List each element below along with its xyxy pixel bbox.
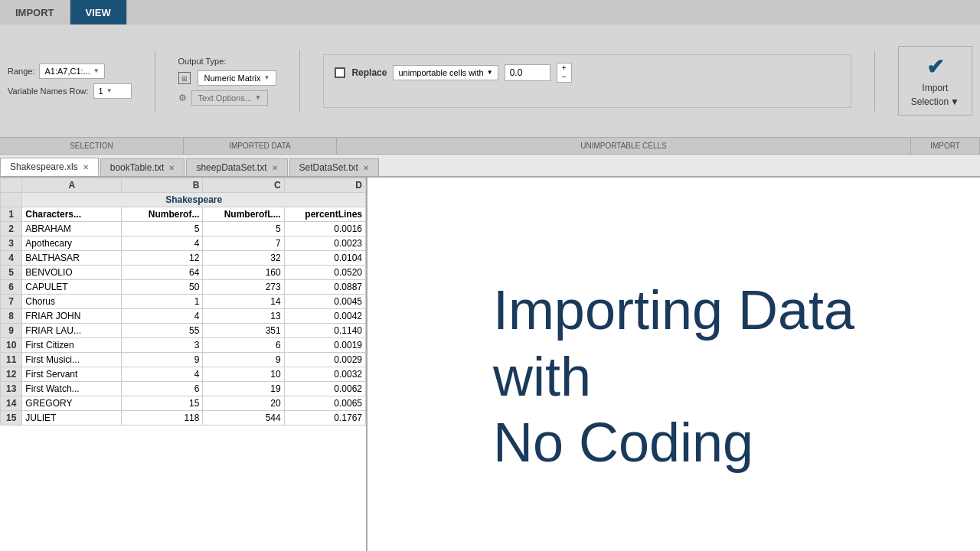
- sheet-body: 2 ABRAHAM 5 5 0.0016 3 Apothecary 4 7 0.…: [1, 222, 366, 425]
- file-tab-setdata[interactable]: SetDataSet.txt ✕: [289, 158, 379, 176]
- import-label-bottom: IMPORT: [911, 138, 980, 154]
- cell-c-2[interactable]: 5: [203, 222, 284, 236]
- replacement-value-input[interactable]: [505, 64, 550, 81]
- file-tab-sheep[interactable]: sheepDataSet.txt ✕: [186, 158, 287, 176]
- variable-names-dropdown[interactable]: 1: [93, 83, 132, 99]
- cell-c-3[interactable]: 7: [203, 236, 284, 251]
- cell-b-10[interactable]: 3: [122, 338, 203, 353]
- cell-d-6[interactable]: 0.0887: [284, 280, 365, 295]
- cell-d-3[interactable]: 0.0023: [284, 236, 365, 251]
- cell-a-14[interactable]: GREGORY: [22, 396, 122, 411]
- cell-a-2[interactable]: ABRAHAM: [22, 222, 122, 236]
- table-row: 11 First Musici... 9 9 0.0029: [1, 353, 366, 367]
- cell-d-8[interactable]: 0.0042: [284, 309, 365, 324]
- col-numberof-header[interactable]: Numberof...: [122, 207, 203, 222]
- cell-b-13[interactable]: 6: [122, 382, 203, 396]
- import-button[interactable]: ✔ Import Selection ▼: [898, 46, 972, 116]
- gear-icon: ⚙: [178, 93, 187, 103]
- cell-d-11[interactable]: 0.0029: [284, 353, 365, 367]
- cell-b-9[interactable]: 55: [122, 324, 203, 338]
- file-tab-sheep-close[interactable]: ✕: [272, 164, 278, 172]
- cell-a-12[interactable]: First Servant: [22, 367, 122, 382]
- row-num-4: 4: [1, 251, 22, 266]
- cell-b-3[interactable]: 4: [122, 236, 203, 251]
- cell-c-10[interactable]: 6: [203, 338, 284, 353]
- range-dropdown[interactable]: A1:A7,C1:...: [39, 64, 104, 79]
- cell-d-12[interactable]: 0.0032: [284, 367, 365, 382]
- cell-d-9[interactable]: 0.1140: [284, 324, 365, 338]
- import-selection-label: Selection ▼: [911, 96, 959, 107]
- cell-a-4[interactable]: BALTHASAR: [22, 251, 122, 266]
- file-tab-setdata-close[interactable]: ✕: [363, 164, 369, 172]
- col-numberofl-header[interactable]: NumberofL...: [203, 207, 284, 222]
- cell-b-5[interactable]: 64: [122, 266, 203, 280]
- col-header-a[interactable]: A: [22, 178, 122, 193]
- cell-c-13[interactable]: 19: [203, 382, 284, 396]
- stepper-down[interactable]: −: [557, 73, 571, 82]
- cell-d-2[interactable]: 0.0016: [284, 222, 365, 236]
- col-characters-header[interactable]: Characters...: [22, 207, 122, 222]
- cell-d-4[interactable]: 0.0104: [284, 251, 365, 266]
- cell-b-4[interactable]: 12: [122, 251, 203, 266]
- cell-d-14[interactable]: 0.0065: [284, 396, 365, 411]
- col-header-b[interactable]: B: [122, 178, 203, 193]
- cell-b-6[interactable]: 50: [122, 280, 203, 295]
- cell-b-11[interactable]: 9: [122, 353, 203, 367]
- replace-checkbox[interactable]: [335, 67, 345, 78]
- cell-c-5[interactable]: 160: [203, 266, 284, 280]
- cell-a-13[interactable]: First Watch...: [22, 382, 122, 396]
- cell-c-15[interactable]: 544: [203, 411, 284, 425]
- cell-d-7[interactable]: 0.0045: [284, 295, 365, 309]
- cell-c-4[interactable]: 32: [203, 251, 284, 266]
- stepper-up[interactable]: +: [557, 64, 571, 73]
- tab-import[interactable]: IMPORT: [0, 0, 70, 24]
- file-tab-booktable-close[interactable]: ✕: [168, 164, 175, 172]
- cell-b-15[interactable]: 118: [122, 411, 203, 425]
- cell-c-6[interactable]: 273: [203, 280, 284, 295]
- cell-c-9[interactable]: 351: [203, 324, 284, 338]
- output-type-button[interactable]: Numeric Matrix: [198, 70, 277, 86]
- big-text-line3: No Coding: [493, 409, 854, 475]
- cell-d-5[interactable]: 0.0520: [284, 266, 365, 280]
- file-tab-shakespeare-close[interactable]: ✕: [83, 163, 89, 171]
- cell-c-12[interactable]: 10: [203, 367, 284, 382]
- text-options-button[interactable]: Text Options...: [191, 90, 268, 106]
- cell-b-2[interactable]: 5: [122, 222, 203, 236]
- cell-d-10[interactable]: 0.0019: [284, 338, 365, 353]
- col-header-c[interactable]: C: [203, 178, 284, 193]
- cell-b-12[interactable]: 4: [122, 367, 203, 382]
- cell-b-8[interactable]: 4: [122, 309, 203, 324]
- cell-b-7[interactable]: 1: [122, 295, 203, 309]
- cell-c-8[interactable]: 13: [203, 309, 284, 324]
- cell-c-11[interactable]: 9: [203, 353, 284, 367]
- value-stepper[interactable]: + −: [557, 63, 572, 83]
- table-row: 3 Apothecary 4 7 0.0023: [1, 236, 366, 251]
- cell-a-5[interactable]: BENVOLIO: [22, 266, 122, 280]
- big-text-line1: Importing Data: [493, 277, 854, 343]
- cell-a-8[interactable]: FRIAR JOHN: [22, 309, 122, 324]
- sheet-title: Shakespeare: [22, 193, 366, 207]
- cell-a-11[interactable]: First Musici...: [22, 353, 122, 367]
- cell-d-15[interactable]: 0.1767: [284, 411, 365, 425]
- cell-b-14[interactable]: 15: [122, 396, 203, 411]
- cell-c-14[interactable]: 20: [203, 396, 284, 411]
- cell-a-15[interactable]: JULIET: [22, 411, 122, 425]
- cell-c-7[interactable]: 14: [203, 295, 284, 309]
- row-num-14: 14: [1, 396, 22, 411]
- variable-names-value: 1: [99, 86, 103, 96]
- col-header-d[interactable]: D: [284, 178, 365, 193]
- table-row: 12 First Servant 4 10 0.0032: [1, 367, 366, 382]
- imported-data-section: Output Type: ⊞ Numeric Matrix ⚙ Text Opt…: [178, 57, 277, 106]
- tab-view[interactable]: VIEW: [70, 0, 127, 24]
- unimportable-cells-dropdown[interactable]: unimportable cells with: [393, 65, 498, 80]
- file-tab-booktable[interactable]: bookTable.txt ✕: [100, 158, 185, 176]
- cell-a-9[interactable]: FRIAR LAU...: [22, 324, 122, 338]
- cell-a-7[interactable]: Chorus: [22, 295, 122, 309]
- col-percent-header[interactable]: percentLines: [284, 207, 365, 222]
- file-tab-shakespeare[interactable]: Shakespeare.xls ✕: [0, 158, 99, 176]
- cell-d-13[interactable]: 0.0062: [284, 382, 365, 396]
- cell-a-6[interactable]: CAPULET: [22, 280, 122, 295]
- big-text-line2: with: [493, 344, 854, 409]
- cell-a-10[interactable]: First Citizen: [22, 338, 122, 353]
- cell-a-3[interactable]: Apothecary: [22, 236, 122, 251]
